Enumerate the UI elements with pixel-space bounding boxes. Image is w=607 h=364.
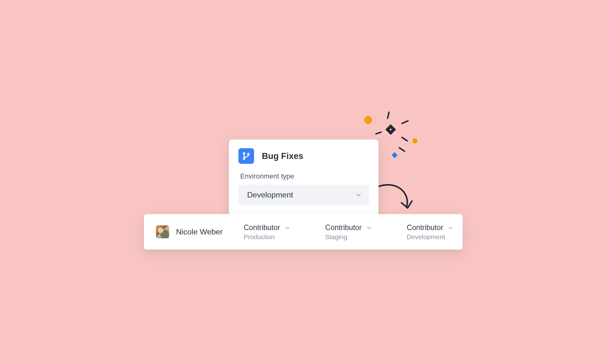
role-env-label: Development bbox=[407, 233, 468, 240]
role-select-staging[interactable]: Contributor bbox=[325, 223, 386, 232]
arrow-decoration bbox=[376, 182, 420, 217]
svg-line-3 bbox=[388, 112, 389, 118]
avatar bbox=[156, 225, 169, 238]
select-value: Development bbox=[247, 191, 293, 200]
user-name: Nicole Weber bbox=[176, 227, 223, 236]
environment-type-select[interactable]: Development bbox=[238, 185, 369, 205]
role-label: Contributor bbox=[407, 223, 443, 232]
role-env-label: Production bbox=[244, 233, 304, 240]
svg-rect-2 bbox=[391, 152, 397, 158]
role-staging: Contributor Staging bbox=[325, 223, 386, 240]
role-label: Contributor bbox=[325, 223, 362, 232]
svg-line-7 bbox=[376, 132, 381, 134]
branch-icon bbox=[238, 148, 254, 164]
role-production: Contributor Production bbox=[244, 223, 304, 240]
chevron-down-icon bbox=[355, 191, 362, 198]
svg-line-6 bbox=[399, 148, 404, 151]
chevron-down-icon bbox=[448, 225, 454, 231]
svg-point-0 bbox=[364, 116, 372, 124]
svg-line-4 bbox=[402, 121, 408, 124]
role-label: Contributor bbox=[244, 223, 280, 232]
svg-point-1 bbox=[412, 138, 417, 143]
environment-card: Bug Fixes Environment type Development bbox=[229, 140, 378, 216]
chevron-down-icon bbox=[285, 225, 291, 231]
role-select-development[interactable]: Contributor bbox=[407, 223, 468, 232]
role-env-label: Staging bbox=[325, 233, 386, 240]
chevron-down-icon bbox=[366, 225, 372, 231]
user-permissions-row: Nicole Weber Contributor Production Cont… bbox=[144, 214, 463, 250]
field-label: Environment type bbox=[240, 173, 369, 180]
svg-line-5 bbox=[402, 137, 407, 141]
user-block: Nicole Weber bbox=[156, 225, 242, 238]
role-select-production[interactable]: Contributor bbox=[244, 223, 304, 232]
card-title: Bug Fixes bbox=[262, 151, 303, 161]
role-development: Contributor Development bbox=[407, 223, 468, 240]
card-header: Bug Fixes bbox=[238, 148, 369, 164]
